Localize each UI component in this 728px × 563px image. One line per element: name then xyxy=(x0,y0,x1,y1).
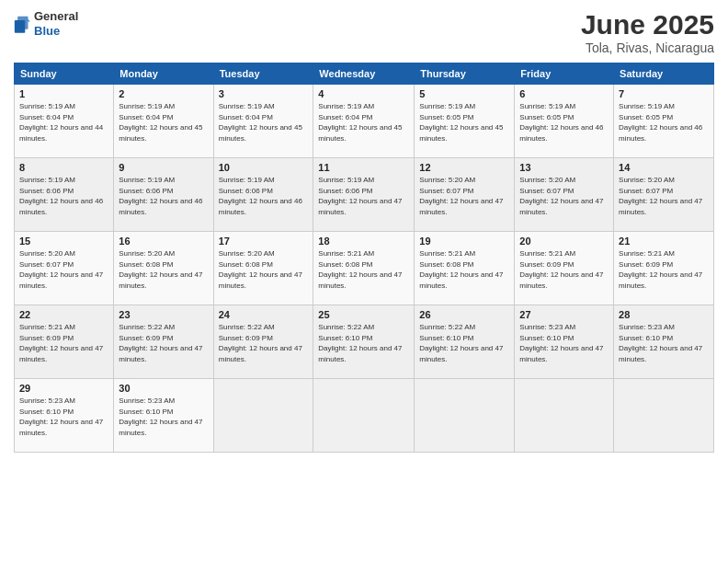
day-info: Sunrise: 5:23 AMSunset: 6:10 PMDaylight:… xyxy=(619,323,702,363)
day-number: 25 xyxy=(318,309,409,320)
calendar-cell: 28 Sunrise: 5:23 AMSunset: 6:10 PMDaylig… xyxy=(614,305,714,379)
day-number: 1 xyxy=(19,88,108,99)
day-info: Sunrise: 5:21 AMSunset: 6:09 PMDaylight:… xyxy=(19,323,103,363)
calendar-cell xyxy=(313,379,415,453)
day-number: 11 xyxy=(318,162,409,173)
calendar-cell: 8 Sunrise: 5:19 AMSunset: 6:06 PMDayligh… xyxy=(15,158,114,232)
calendar-cell: 11 Sunrise: 5:19 AMSunset: 6:06 PMDaylig… xyxy=(313,158,415,232)
day-number: 9 xyxy=(119,162,208,173)
day-info: Sunrise: 5:22 AMSunset: 6:09 PMDaylight:… xyxy=(119,323,202,363)
day-number: 27 xyxy=(519,309,609,320)
calendar-cell: 25 Sunrise: 5:22 AMSunset: 6:10 PMDaylig… xyxy=(313,305,415,379)
day-info: Sunrise: 5:19 AMSunset: 6:04 PMDaylight:… xyxy=(19,102,103,143)
calendar-cell: 7 Sunrise: 5:19 AMSunset: 6:05 PMDayligh… xyxy=(614,85,714,158)
calendar-cell: 30 Sunrise: 5:23 AMSunset: 6:10 PMDaylig… xyxy=(114,379,213,453)
day-number: 10 xyxy=(219,162,309,173)
day-info: Sunrise: 5:19 AMSunset: 6:06 PMDaylight:… xyxy=(119,176,202,216)
day-info: Sunrise: 5:20 AMSunset: 6:07 PMDaylight:… xyxy=(519,176,603,216)
weekday-header-wednesday: Wednesday xyxy=(313,63,415,85)
calendar-cell: 23 Sunrise: 5:22 AMSunset: 6:09 PMDaylig… xyxy=(114,305,213,379)
day-number: 24 xyxy=(219,309,309,320)
day-info: Sunrise: 5:21 AMSunset: 6:09 PMDaylight:… xyxy=(519,249,603,290)
day-number: 4 xyxy=(318,88,409,99)
day-info: Sunrise: 5:19 AMSunset: 6:05 PMDaylight:… xyxy=(419,102,503,143)
day-number: 21 xyxy=(619,236,709,247)
day-info: Sunrise: 5:21 AMSunset: 6:09 PMDaylight:… xyxy=(619,249,702,290)
day-info: Sunrise: 5:20 AMSunset: 6:08 PMDaylight:… xyxy=(119,249,202,290)
calendar-cell: 27 Sunrise: 5:23 AMSunset: 6:10 PMDaylig… xyxy=(515,305,614,379)
day-number: 29 xyxy=(19,383,108,394)
calendar-cell: 22 Sunrise: 5:21 AMSunset: 6:09 PMDaylig… xyxy=(15,305,114,379)
day-number: 23 xyxy=(119,309,208,320)
calendar-cell: 9 Sunrise: 5:19 AMSunset: 6:06 PMDayligh… xyxy=(114,158,213,232)
calendar-week-3: 15 Sunrise: 5:20 AMSunset: 6:07 PMDaylig… xyxy=(15,232,714,305)
weekday-header-thursday: Thursday xyxy=(415,63,515,85)
day-number: 15 xyxy=(19,236,108,247)
day-number: 12 xyxy=(419,162,509,173)
day-info: Sunrise: 5:19 AMSunset: 6:05 PMDaylight:… xyxy=(519,102,603,143)
day-info: Sunrise: 5:20 AMSunset: 6:08 PMDaylight:… xyxy=(219,249,302,290)
calendar-cell: 6 Sunrise: 5:19 AMSunset: 6:05 PMDayligh… xyxy=(515,85,614,158)
calendar-week-1: 1 Sunrise: 5:19 AMSunset: 6:04 PMDayligh… xyxy=(15,85,714,158)
page: General Blue June 2025 Tola, Rivas, Nica… xyxy=(0,0,728,563)
day-number: 16 xyxy=(119,236,208,247)
day-number: 8 xyxy=(19,162,108,173)
day-number: 20 xyxy=(519,236,609,247)
logo-text: General Blue xyxy=(34,9,78,38)
day-info: Sunrise: 5:22 AMSunset: 6:10 PMDaylight:… xyxy=(419,323,503,363)
day-number: 3 xyxy=(219,88,309,99)
calendar-cell xyxy=(614,379,714,453)
day-info: Sunrise: 5:23 AMSunset: 6:10 PMDaylight:… xyxy=(119,396,202,437)
weekday-header-saturday: Saturday xyxy=(614,63,714,85)
weekday-header-monday: Monday xyxy=(114,63,213,85)
day-number: 5 xyxy=(419,88,509,99)
calendar-cell: 10 Sunrise: 5:19 AMSunset: 6:06 PMDaylig… xyxy=(213,158,313,232)
calendar-cell xyxy=(515,379,614,453)
day-number: 18 xyxy=(318,236,409,247)
day-info: Sunrise: 5:20 AMSunset: 6:07 PMDaylight:… xyxy=(419,176,503,216)
day-info: Sunrise: 5:21 AMSunset: 6:08 PMDaylight:… xyxy=(419,249,503,290)
logo-blue-text: Blue xyxy=(34,24,78,39)
calendar-cell: 2 Sunrise: 5:19 AMSunset: 6:04 PMDayligh… xyxy=(114,85,213,158)
logo: General Blue xyxy=(14,9,78,38)
day-info: Sunrise: 5:19 AMSunset: 6:04 PMDaylight:… xyxy=(219,102,302,143)
day-info: Sunrise: 5:23 AMSunset: 6:10 PMDaylight:… xyxy=(519,323,603,363)
day-info: Sunrise: 5:19 AMSunset: 6:06 PMDaylight:… xyxy=(19,176,103,216)
calendar-cell: 12 Sunrise: 5:20 AMSunset: 6:07 PMDaylig… xyxy=(415,158,515,232)
calendar-cell: 5 Sunrise: 5:19 AMSunset: 6:05 PMDayligh… xyxy=(415,85,515,158)
weekday-header-sunday: Sunday xyxy=(15,63,114,85)
day-info: Sunrise: 5:19 AMSunset: 6:04 PMDaylight:… xyxy=(119,102,202,143)
calendar-cell: 3 Sunrise: 5:19 AMSunset: 6:04 PMDayligh… xyxy=(213,85,313,158)
calendar-cell: 1 Sunrise: 5:19 AMSunset: 6:04 PMDayligh… xyxy=(15,85,114,158)
weekday-header-row: SundayMondayTuesdayWednesdayThursdayFrid… xyxy=(15,63,714,85)
calendar-week-5: 29 Sunrise: 5:23 AMSunset: 6:10 PMDaylig… xyxy=(15,379,714,453)
day-number: 6 xyxy=(519,88,609,99)
day-number: 7 xyxy=(619,88,709,99)
calendar-cell xyxy=(213,379,313,453)
day-info: Sunrise: 5:19 AMSunset: 6:06 PMDaylight:… xyxy=(318,176,402,216)
calendar-cell: 24 Sunrise: 5:22 AMSunset: 6:09 PMDaylig… xyxy=(213,305,313,379)
calendar-week-2: 8 Sunrise: 5:19 AMSunset: 6:06 PMDayligh… xyxy=(15,158,714,232)
calendar-location: Tola, Rivas, Nicaragua xyxy=(581,40,714,55)
calendar-cell: 17 Sunrise: 5:20 AMSunset: 6:08 PMDaylig… xyxy=(213,232,313,305)
day-info: Sunrise: 5:23 AMSunset: 6:10 PMDaylight:… xyxy=(19,396,103,437)
day-number: 13 xyxy=(519,162,609,173)
calendar-cell: 4 Sunrise: 5:19 AMSunset: 6:04 PMDayligh… xyxy=(313,85,415,158)
day-number: 22 xyxy=(19,309,108,320)
day-info: Sunrise: 5:21 AMSunset: 6:08 PMDaylight:… xyxy=(318,249,402,290)
day-number: 2 xyxy=(119,88,208,99)
day-number: 19 xyxy=(419,236,509,247)
logo-general-text: General xyxy=(34,9,78,24)
calendar-cell: 26 Sunrise: 5:22 AMSunset: 6:10 PMDaylig… xyxy=(415,305,515,379)
calendar-week-4: 22 Sunrise: 5:21 AMSunset: 6:09 PMDaylig… xyxy=(15,305,714,379)
weekday-header-tuesday: Tuesday xyxy=(213,63,313,85)
day-info: Sunrise: 5:20 AMSunset: 6:07 PMDaylight:… xyxy=(19,249,103,290)
calendar-cell: 14 Sunrise: 5:20 AMSunset: 6:07 PMDaylig… xyxy=(614,158,714,232)
logo-icon xyxy=(14,14,30,34)
day-info: Sunrise: 5:19 AMSunset: 6:05 PMDaylight:… xyxy=(619,102,702,143)
calendar-cell: 21 Sunrise: 5:21 AMSunset: 6:09 PMDaylig… xyxy=(614,232,714,305)
calendar-cell: 15 Sunrise: 5:20 AMSunset: 6:07 PMDaylig… xyxy=(15,232,114,305)
day-number: 30 xyxy=(119,383,208,394)
calendar-cell: 13 Sunrise: 5:20 AMSunset: 6:07 PMDaylig… xyxy=(515,158,614,232)
day-info: Sunrise: 5:22 AMSunset: 6:09 PMDaylight:… xyxy=(219,323,302,363)
